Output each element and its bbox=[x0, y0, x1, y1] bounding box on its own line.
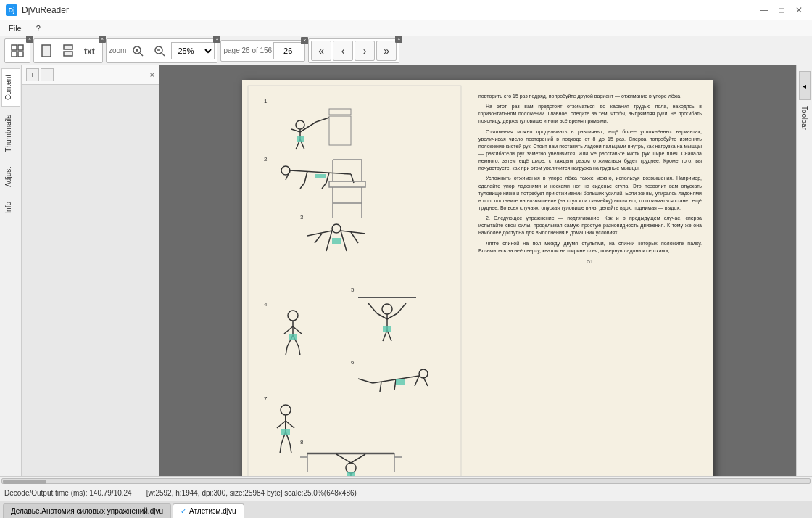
title-text: DjVuReader bbox=[22, 5, 69, 15]
sidebar-close-btn[interactable]: × bbox=[150, 70, 154, 79]
minimize-button[interactable]: — bbox=[757, 3, 771, 17]
sidebar-collapse-btn[interactable]: − bbox=[41, 68, 54, 81]
menu-help[interactable]: ? bbox=[33, 22, 44, 34]
h-scroll-track[interactable] bbox=[1, 478, 811, 484]
decode-time: Decode/Output time (ms): 140.79/10.24 bbox=[4, 489, 132, 497]
tab-atletizm-label: Атлетизм.djvu bbox=[189, 507, 236, 515]
text-para-4: Усложнить отжимания в упоре лёжа также м… bbox=[478, 175, 702, 212]
svg-rect-48 bbox=[332, 238, 341, 244]
tab-check-icon: ✓ bbox=[181, 507, 186, 515]
right-page-text: повторить его 15 раз подряд, попробуйте … bbox=[478, 93, 702, 255]
title-controls: — □ ✕ bbox=[757, 3, 806, 17]
zoom-select[interactable]: 10% 15% 20% 25% 30% 50% 75% 100% bbox=[171, 42, 215, 59]
svg-text:3: 3 bbox=[300, 214, 304, 221]
svg-text:1: 1 bbox=[264, 98, 268, 104]
svg-rect-0 bbox=[12, 45, 17, 50]
svg-text:2: 2 bbox=[264, 156, 268, 163]
zoom-out-btn[interactable] bbox=[149, 41, 170, 61]
panel-tab-content[interactable]: Content bbox=[1, 68, 20, 107]
text-para-2: На этот раз вам предстоит отжиматься до … bbox=[478, 103, 702, 125]
toolbar-group2-close[interactable]: × bbox=[99, 36, 106, 43]
status-bar: Decode/Output time (ms): 140.79/10.24 [w… bbox=[0, 485, 812, 501]
nav-next-btn[interactable]: › bbox=[355, 41, 375, 61]
title-left: Dj DjVuReader bbox=[6, 4, 69, 16]
tab-bar: Делавье.Анатомия силовых упражнений.djvu… bbox=[0, 501, 812, 518]
panel-tab-adjust[interactable]: Adjust bbox=[1, 160, 20, 194]
toolbar-group-nav-close[interactable]: × bbox=[395, 36, 402, 43]
book-pages: 1 2 bbox=[242, 80, 713, 476]
page-input[interactable] bbox=[273, 42, 302, 59]
close-button[interactable]: ✕ bbox=[792, 3, 806, 17]
svg-text:6: 6 bbox=[351, 359, 355, 366]
zoom-label: zoom bbox=[109, 46, 126, 54]
text-para-3: Отжимания можно проделывать в различных,… bbox=[478, 128, 702, 173]
svg-rect-95 bbox=[281, 429, 290, 435]
svg-rect-3 bbox=[18, 52, 23, 57]
nav-first-btn[interactable]: « bbox=[311, 41, 331, 61]
sidebar-tools: + − bbox=[26, 68, 54, 81]
sidebar: + − × bbox=[22, 65, 160, 476]
left-page-svg: 1 2 bbox=[242, 80, 467, 476]
svg-line-14 bbox=[162, 53, 165, 56]
right-page: повторить его 15 раз подряд, попробуйте … bbox=[467, 80, 713, 476]
app-icon: Dj bbox=[6, 4, 17, 16]
left-panel: Content Thumbnails Adjust Info bbox=[0, 65, 22, 476]
maximize-button[interactable]: □ bbox=[774, 3, 789, 17]
toolbar-group1-close[interactable]: × bbox=[26, 36, 33, 43]
text-para-6: Лягте спиной на пол между двумя стульями… bbox=[478, 240, 702, 255]
file-info: [w:2592, h:1944, dpi:300, size:25984 byt… bbox=[146, 489, 357, 497]
toolbar-toggle-btn[interactable]: ◂ bbox=[799, 71, 811, 100]
toolbar-area: × × txt × zoom bbox=[0, 36, 812, 65]
svg-rect-37 bbox=[315, 174, 326, 178]
toolbar-group-nav: × « ‹ › » bbox=[308, 38, 399, 63]
horizontal-scrollbar[interactable] bbox=[0, 476, 812, 485]
menu-bar: File ? bbox=[0, 20, 812, 36]
panel-tab-info[interactable]: Info bbox=[1, 195, 20, 221]
svg-rect-4 bbox=[42, 45, 51, 57]
toolbar-group-page-close[interactable]: × bbox=[301, 37, 308, 44]
svg-text:4: 4 bbox=[264, 301, 268, 308]
svg-rect-76 bbox=[383, 326, 392, 332]
nav-prev-btn[interactable]: ‹ bbox=[333, 41, 353, 61]
title-bar: Dj DjVuReader — □ ✕ bbox=[0, 0, 812, 20]
page-label: page 26 of 156 bbox=[223, 46, 272, 54]
sidebar-header: + − × bbox=[22, 65, 159, 85]
toolbar-group-zoom-close[interactable]: × bbox=[213, 36, 220, 43]
right-page-number: 51 bbox=[478, 259, 702, 264]
tab-delavie[interactable]: Делавье.Анатомия силовых упражнений.djvu bbox=[3, 503, 171, 518]
sidebar-content bbox=[22, 85, 159, 476]
tb-layout-btn[interactable] bbox=[7, 41, 28, 61]
svg-text:5: 5 bbox=[351, 287, 355, 293]
svg-line-11 bbox=[140, 53, 143, 56]
toolbar-group-pageview: × txt bbox=[33, 38, 103, 63]
viewer-scroll[interactable]: 1 2 bbox=[160, 65, 796, 476]
main-area: Content Thumbnails Adjust Info + − × bbox=[0, 65, 812, 476]
svg-text:8: 8 bbox=[300, 439, 304, 445]
svg-rect-27 bbox=[297, 136, 304, 142]
h-scroll-thumb[interactable] bbox=[3, 480, 46, 484]
svg-rect-15 bbox=[242, 80, 467, 476]
svg-text:7: 7 bbox=[264, 395, 268, 402]
sidebar-expand-btn[interactable]: + bbox=[26, 68, 39, 81]
zoom-in-btn[interactable] bbox=[128, 41, 148, 61]
svg-rect-1 bbox=[18, 45, 23, 50]
svg-rect-5 bbox=[64, 45, 72, 49]
text-para-5: 2. Следующее упражнение — подтягивание. … bbox=[478, 215, 702, 237]
tb-continuous-btn[interactable] bbox=[58, 41, 78, 61]
svg-text:txt: txt bbox=[84, 46, 95, 57]
svg-rect-6 bbox=[64, 52, 72, 56]
panel-tab-thumbnails[interactable]: Thumbnails bbox=[1, 108, 20, 159]
tab-atletizm[interactable]: ✓ Атлетизм.djvu bbox=[173, 503, 244, 518]
toolbar-group-view: × bbox=[4, 38, 30, 63]
tb-singlepage-btn[interactable] bbox=[36, 41, 57, 61]
menu-file[interactable]: File bbox=[6, 22, 25, 34]
nav-last-btn[interactable]: » bbox=[376, 41, 397, 61]
right-toolbar-panel: ◂ Toolbar bbox=[796, 65, 812, 476]
svg-rect-65 bbox=[289, 334, 297, 340]
toolbar-group-zoom: × zoom 10% 15% 20% 25% 30% 50% 75% bbox=[106, 38, 218, 63]
svg-rect-85 bbox=[396, 379, 405, 385]
tab-delavie-label: Делавье.Анатомия силовых упражнений.djvu bbox=[11, 507, 163, 515]
tb-text-btn[interactable]: txt bbox=[80, 41, 100, 61]
toolbar-group-page: × page 26 of 156 bbox=[220, 40, 305, 62]
text-para-1: повторить его 15 раз подряд, попробуйте … bbox=[478, 93, 702, 100]
